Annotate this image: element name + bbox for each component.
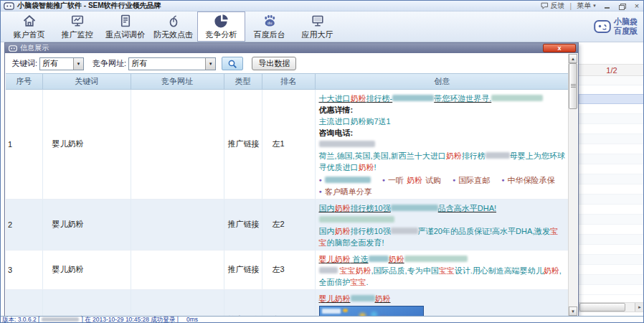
- tab-home[interactable]: 账户首页: [5, 11, 53, 42]
- feedback-link[interactable]: 反馈: [541, 1, 564, 11]
- creative-text-segment: 奶粉: [446, 151, 462, 160]
- site-filter-select[interactable]: 所有 ▼: [128, 57, 216, 70]
- export-data-button[interactable]: 导出数据: [252, 57, 296, 70]
- bullet-icon: ●: [382, 177, 385, 182]
- background-list-row: [579, 104, 644, 114]
- creative-text-segment: 婴儿奶粉: [319, 255, 351, 263]
- redacted-text: [369, 256, 389, 262]
- background-horizontal-scrollbar[interactable]: ►: [579, 302, 644, 312]
- mouse-icon: [166, 14, 181, 28]
- dropdown-arrow-icon[interactable]: ▼: [73, 58, 83, 70]
- search-button[interactable]: [222, 57, 243, 70]
- scrollbar-thumb[interactable]: [569, 63, 577, 109]
- scroll-right-arrow[interactable]: ►: [635, 303, 644, 312]
- ad-sitelink[interactable]: ●客户晒单分享: [319, 186, 372, 197]
- creative-text-segment: 荷兰,德国,英国,美国,新西兰十大进口: [319, 151, 446, 160]
- cell-rank: 右1: [262, 289, 315, 316]
- cell-url: [131, 250, 224, 289]
- ad-title-link[interactable]: 婴儿奶粉 首选奶粉: [319, 253, 567, 265]
- thumbnail-sun: [343, 309, 348, 312]
- close-button[interactable]: ×: [632, 2, 642, 10]
- tab-baidu-paw[interactable]: du百度后台: [245, 11, 293, 42]
- ad-title-link[interactable]: 婴儿奶粉奶粉: [319, 293, 567, 304]
- scroll-down-arrow[interactable]: ▼: [569, 306, 577, 316]
- dialog-close-button[interactable]: x: [543, 44, 576, 52]
- redacted-text: [491, 95, 543, 101]
- table-row[interactable]: 3婴儿奶粉推广链接左3婴儿奶粉 首选奶粉 宝宝奶粉,国际品质,专为中国宝宝设计.…: [6, 250, 569, 289]
- scroll-up-arrow[interactable]: ▲: [569, 54, 577, 63]
- creative-text-segment: 奶粉: [335, 204, 351, 212]
- search-icon: [227, 59, 237, 69]
- tab-pie-chart[interactable]: 竞争分析: [197, 11, 245, 42]
- creative-text-segment: 奶粉: [359, 163, 374, 172]
- document-icon: [118, 14, 133, 28]
- ad-sitelink[interactable]: ●: [319, 174, 371, 186]
- ad-sitelink[interactable]: ●国际直邮: [453, 174, 490, 186]
- creative-text-segment: 国内: [319, 204, 335, 212]
- table-row[interactable]: 1婴儿奶粉推广链接左1十大进口奶粉排行榜-带您环游世界寻.优惠详情:主流进口奶粉…: [6, 89, 569, 199]
- ad-video-thumbnail[interactable]: [319, 306, 424, 317]
- speech-bubble-icon: [541, 2, 549, 9]
- cell-type: 推广链接: [224, 89, 262, 199]
- scrollbar-thumb[interactable]: [579, 303, 625, 312]
- dialog-title: 信息展示: [20, 43, 49, 53]
- logo-robot-icon: [594, 19, 611, 34]
- site-filter-label: 竞争网址:: [93, 58, 126, 69]
- creative-text-segment: 排行榜10强: [351, 227, 391, 235]
- tab-label: 防无效点击: [153, 29, 193, 40]
- main-toolbar: 账户首页推广监控重点词调价防无效点击竞争分析du百度后台应用大厅 小脑袋 百度版: [1, 11, 644, 42]
- ad-sitelink[interactable]: ●中华保险承保: [501, 174, 554, 186]
- creative-text-segment: 国际直邮: [458, 174, 490, 186]
- background-list-row: [579, 225, 644, 235]
- dialog-robot-icon: [9, 45, 17, 52]
- status-login: ] 在 2013-10-29 10:45:28 成功登录 |: [81, 317, 178, 323]
- brand-logo: 小脑袋 百度版: [594, 11, 644, 42]
- filter-bar: 关键词: 所有 ▼ 竞争网址: 所有 ▼ 导出数据: [6, 54, 569, 73]
- cell-keyword: 婴儿奶粉: [42, 199, 131, 250]
- tab-document[interactable]: 重点词调价: [101, 11, 149, 42]
- ad-title-link[interactable]: 十大进口奶粉排行榜-带您环游世界寻.: [319, 93, 567, 104]
- dialog-vertical-scrollbar[interactable]: ▲ ▼: [568, 54, 577, 316]
- cell-keyword: 婴儿奶粉: [42, 250, 131, 289]
- redacted-text: [351, 295, 375, 301]
- dropdown-arrow-icon[interactable]: ▼: [205, 58, 215, 70]
- keyword-filter-select[interactable]: 所有 ▼: [39, 57, 84, 70]
- tab-monitor[interactable]: 推广监控: [53, 11, 101, 42]
- creative-text-segment: 奶粉: [375, 294, 391, 303]
- cell-rank: 左1: [262, 89, 315, 199]
- creative-text-segment: 十大进口: [319, 94, 351, 103]
- redacted-text: [319, 267, 338, 273]
- creative-text-segment: 婴儿奶粉: [319, 294, 351, 303]
- menu-button[interactable]: 菜单▼: [577, 1, 597, 11]
- cell-keyword: 婴儿奶粉: [42, 89, 131, 199]
- cell-no: 2: [6, 199, 42, 250]
- cell-type: 推广链接: [224, 250, 262, 289]
- tab-mouse[interactable]: 防无效点击: [149, 11, 197, 42]
- table-row[interactable]: 2婴儿奶粉推广链接左2国内奶粉排行榜10强品含高水平DHA!国内奶粉排行榜10强…: [6, 199, 569, 250]
- cell-type: 推广链接: [224, 289, 262, 316]
- cell-no: 3: [6, 250, 42, 289]
- creative-text-segment: 奶粉: [544, 266, 559, 275]
- page-indicator: 1/2: [579, 64, 644, 76]
- cell-creative: 婴儿奶粉 首选奶粉 宝宝奶粉,国际品质,专为中国宝宝设计.用心制造高端婴幼儿奶粉…: [315, 250, 569, 289]
- creative-text-segment: 奶粉: [407, 174, 422, 186]
- ad-sitelink[interactable]: ●一听奶粉试购: [382, 174, 441, 186]
- column-header: 排名: [262, 74, 315, 89]
- logo-text-line2: 百度版: [614, 27, 638, 36]
- table-row[interactable]: 4婴儿奶粉推广链接右1婴儿奶粉奶粉: [6, 289, 569, 316]
- redacted-username: [42, 317, 79, 322]
- ad-title-link[interactable]: 国内奶粉排行榜10强品含高水平DHA!: [319, 202, 567, 214]
- tab-computer[interactable]: 应用大厅: [293, 11, 341, 42]
- restore-button[interactable]: [617, 2, 627, 10]
- column-header: 创意: [315, 74, 569, 89]
- background-list-row: [579, 134, 644, 144]
- cell-no: 1: [6, 89, 42, 199]
- app-window: { "window": { "title": "小脑袋智能推广软件 - SEM软…: [0, 0, 644, 323]
- creative-text-segment: 宝宝: [439, 266, 455, 275]
- cell-no: 4: [6, 289, 42, 316]
- creative-text-segment: 的脑部全面发育!: [327, 238, 384, 247]
- keyword-filter-label: 关键词:: [11, 58, 37, 69]
- creative-text-segment: 奶粉: [389, 255, 404, 263]
- column-header: 类型: [224, 74, 262, 89]
- minimize-button[interactable]: [602, 2, 612, 10]
